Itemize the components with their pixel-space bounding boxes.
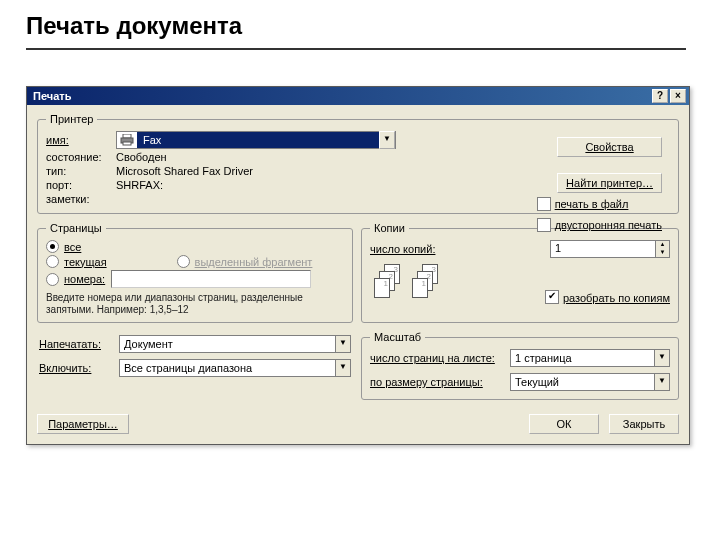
chevron-down-icon: ▼ [379,131,395,149]
scale-legend: Масштаб [370,331,425,343]
collate-preview-icon: 3 2 1 [370,264,408,304]
printer-group: Принтер имя: Fax ▼ состояние:Свободен ти… [37,113,679,214]
scale-group: Масштаб число страниц на листе: 1 страни… [361,331,679,400]
find-printer-button[interactable]: Найти принтер… [557,173,662,193]
ok-button[interactable]: ОК [529,414,599,434]
state-value: Свободен [116,151,167,163]
port-value: SHRFAX: [116,179,163,191]
pages-selection-label: выделенный фрагмент [195,256,313,268]
pages-selection-radio [177,255,190,268]
type-value: Microsoft Shared Fax Driver [116,165,253,177]
pps-label: число страниц на листе: [370,352,510,364]
pages-legend: Страницы [46,222,106,234]
help-button[interactable]: ? [652,89,668,103]
titlebar: Печать ? × [27,87,689,105]
collate-label: разобрать по копиям [563,292,670,304]
copies-legend: Копии [370,222,409,234]
svg-rect-2 [123,142,131,145]
printer-legend: Принтер [46,113,97,125]
fit-combo[interactable]: Текущий▼ [510,373,670,391]
chevron-down-icon: ▼ [654,374,669,390]
close-button[interactable]: × [670,89,686,103]
chevron-down-icon: ▼ [335,360,350,376]
to-file-label: печать в файл [555,198,629,210]
port-label: порт: [46,179,116,191]
printer-name-value: Fax [141,134,379,146]
printer-icon [117,132,137,148]
copies-group: Копии число копий: 1 ▲▼ 3 2 1 [361,222,679,323]
chevron-down-icon: ▼ [654,350,669,366]
printer-name-combo[interactable]: Fax ▼ [116,131,396,149]
properties-button[interactable]: Свойства [557,137,662,157]
page-title: Печать документа [0,0,720,44]
chevron-down-icon: ▼ [335,336,350,352]
notes-label: заметки: [46,193,116,205]
include-combo[interactable]: Все страницы диапазона▼ [119,359,351,377]
spin-down-icon[interactable]: ▼ [655,249,669,257]
duplex-label: двусторонняя печать [555,219,662,231]
pages-current-radio[interactable] [46,255,59,268]
fit-label: по размеру страницы: [370,376,510,388]
duplex-checkbox[interactable] [537,218,551,232]
pages-hint: Введите номера или диапазоны страниц, ра… [46,292,344,316]
copies-count-spinner[interactable]: 1 ▲▼ [550,240,670,258]
spin-up-icon[interactable]: ▲ [655,241,669,249]
options-button[interactable]: Параметры… [37,414,129,434]
copies-count-label: число копий: [370,243,460,255]
to-file-checkbox[interactable] [537,197,551,211]
pages-current-label: текущая [64,256,107,268]
pages-numbers-label: номера: [64,273,105,285]
type-label: тип: [46,165,116,177]
collate-checkbox[interactable]: ✔ [545,290,559,304]
copies-count-value: 1 [551,241,655,257]
collate-preview-icon: 3 2 1 [408,264,446,304]
name-label: имя: [46,134,116,146]
dialog-title: Печать [33,90,71,102]
svg-rect-0 [123,134,131,138]
close-dialog-button[interactable]: Закрыть [609,414,679,434]
pages-group: Страницы все текущая выделенный фрагмент… [37,222,353,323]
divider [26,48,686,50]
state-label: состояние: [46,151,116,163]
pps-combo[interactable]: 1 страница▼ [510,349,670,367]
print-dialog: Печать ? × Принтер имя: Fax ▼ состояние:… [26,86,690,445]
pages-numbers-input[interactable] [111,270,311,288]
print-what-combo[interactable]: Документ▼ [119,335,351,353]
pages-all-radio[interactable] [46,240,59,253]
pages-all-label: все [64,241,81,253]
print-what-label: Напечатать: [39,338,119,350]
include-label: Включить: [39,362,119,374]
pages-numbers-radio[interactable] [46,273,59,286]
